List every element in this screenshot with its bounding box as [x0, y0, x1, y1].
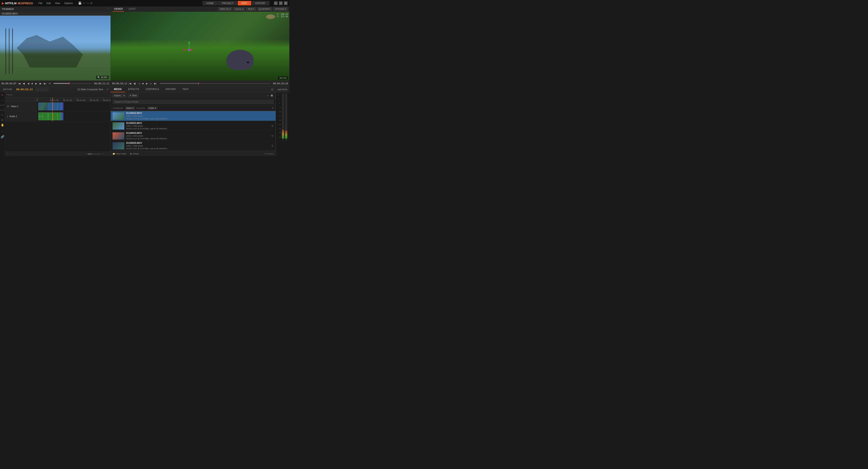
- media-item-2[interactable]: 01100034.MOV 1920 x 1080 pixels 00;00;14…: [111, 131, 276, 141]
- play-back-btn[interactable]: ◀: [27, 82, 30, 86]
- viewer-prev-frame[interactable]: ◁: [137, 82, 141, 86]
- audio-clip-pattern-3: [53, 113, 57, 120]
- new-button[interactable]: ✦ New: [128, 94, 138, 97]
- redo-icon[interactable]: ↪: [87, 2, 89, 5]
- audio-clip-4[interactable]: [57, 112, 61, 120]
- zoom-tool[interactable]: ⊕: [0, 118, 4, 122]
- grid-view-btn[interactable]: ⊞: [270, 94, 274, 97]
- arrange-by-select[interactable]: Name ▾: [125, 107, 135, 110]
- editor-settings-icon[interactable]: ⚙: [106, 88, 109, 91]
- close-button[interactable]: ✕: [284, 1, 287, 5]
- nav-home[interactable]: HOME: [203, 1, 218, 5]
- grid-icon[interactable]: ⊞: [90, 2, 92, 5]
- local-btn[interactable]: LOCAL ▾: [234, 7, 245, 11]
- nav-export[interactable]: EXPORT: [252, 1, 270, 5]
- add-track-btn[interactable]: +: [6, 152, 9, 155]
- trimmer-settings-icon[interactable]: ⚙: [107, 17, 110, 20]
- save-icon[interactable]: 💾: [78, 2, 82, 5]
- video-clip-blue[interactable]: [61, 102, 63, 110]
- razor-tool[interactable]: ✂: [0, 113, 4, 117]
- trim-end-btn[interactable]: ▶|: [43, 82, 47, 86]
- trimmer-help-icon[interactable]: ?: [107, 7, 109, 11]
- media-name-0: 01100032.MOV: [126, 112, 270, 114]
- zoom-in-btn[interactable]: +: [102, 152, 105, 155]
- audio-mute-icon[interactable]: ♪: [7, 115, 8, 118]
- viewer-stop[interactable]: ■: [142, 82, 145, 85]
- menu-file[interactable]: File: [37, 1, 44, 5]
- stop-btn[interactable]: ■: [31, 82, 34, 85]
- ripple-tool[interactable]: ⟺: [0, 103, 4, 107]
- media-item-0[interactable]: 01100032.MOV 1920 x 1080 pixels 00;00;11…: [111, 111, 276, 121]
- audio-clip-3[interactable]: [53, 112, 57, 120]
- tab-text[interactable]: TEXT: [179, 87, 192, 92]
- sync-btn-1[interactable]: ⊙: [36, 88, 39, 91]
- options-btn[interactable]: OPTIONS ▾: [273, 7, 287, 11]
- sort-icon[interactable]: ⇅: [272, 107, 274, 109]
- slip-tool[interactable]: ↔: [0, 98, 4, 102]
- tab-effects[interactable]: EFFECTS: [125, 87, 143, 92]
- media-item-1[interactable]: 01100033.MOV 1920 x 1080 pixels 00;00;10…: [111, 121, 276, 131]
- tab-media[interactable]: MEDIA: [111, 87, 125, 92]
- step-fwd-btn[interactable]: |▶: [39, 82, 42, 86]
- audio-clip-1[interactable]: 0...V: [38, 112, 49, 120]
- viewer-next-frame[interactable]: ▷: [149, 82, 153, 86]
- rgb-btn[interactable]: RGB ▾: [246, 7, 256, 11]
- minimize-button[interactable]: —: [274, 1, 278, 5]
- menu-edit[interactable]: Edit: [45, 1, 53, 5]
- viewer-trim-start[interactable]: |◀: [128, 82, 132, 86]
- nav-edit[interactable]: EDIT: [238, 1, 251, 5]
- snap-tool[interactable]: ⋮: [0, 129, 4, 134]
- search-input[interactable]: [113, 100, 274, 104]
- video-clip-3[interactable]: [53, 102, 57, 110]
- trimmer-scrubber[interactable]: [54, 83, 92, 84]
- media-gear-2[interactable]: ⚙: [271, 134, 274, 138]
- make-composite-btn[interactable]: ⬛ Make Composite Shot: [77, 88, 103, 91]
- sync-btn-3[interactable]: +: [45, 88, 48, 91]
- trim-to-start-btn[interactable]: |◀: [17, 82, 21, 86]
- select-tool[interactable]: ↖: [0, 93, 4, 97]
- viewer-play[interactable]: ▶: [145, 82, 149, 86]
- view-2d-btn[interactable]: VIEW: 2D ▾: [218, 7, 232, 11]
- media-panel-settings-icon[interactable]: ⚙: [269, 88, 276, 91]
- arrange-by-value: Name: [126, 107, 132, 109]
- nav-project[interactable]: PROJECT: [218, 1, 237, 5]
- video-visibility-icon[interactable]: 👁: [7, 105, 9, 108]
- play-btn[interactable]: ▶: [35, 82, 38, 86]
- menu-options[interactable]: Options: [62, 1, 74, 5]
- media-gear-1[interactable]: ⚙: [271, 124, 274, 127]
- viewer-scrubber[interactable]: [160, 83, 270, 84]
- tab-controls[interactable]: CONTROLS: [143, 87, 162, 92]
- media-gear-0[interactable]: ⚙: [271, 114, 274, 118]
- media-item-3[interactable]: 01100035.MOV 1920 x 1080 pixels 00;00;13…: [111, 141, 276, 151]
- list-view-btn[interactable]: ≡: [266, 94, 270, 97]
- local-label: LOCAL: [235, 8, 242, 10]
- viewer-step-back[interactable]: ◀|: [133, 82, 136, 86]
- step-back-btn[interactable]: ◀|: [22, 82, 26, 86]
- timeline-playhead[interactable]: [52, 97, 53, 101]
- link-tool[interactable]: 🔗: [0, 135, 4, 139]
- maximize-button[interactable]: □: [279, 1, 283, 5]
- tab-layer[interactable]: LAYER: [127, 7, 137, 11]
- group-by-select[interactable]: Folder ▾: [147, 107, 157, 110]
- hand-tool[interactable]: ✋: [0, 123, 4, 127]
- zoom-slider[interactable]: [88, 153, 101, 154]
- tab-history[interactable]: HISTORY: [162, 87, 179, 92]
- import-button[interactable]: Import... ▾: [113, 94, 126, 97]
- audio-clip-blue[interactable]: [61, 112, 63, 120]
- fit-btn[interactable]: ↔: [105, 152, 109, 155]
- tab-viewer[interactable]: VIEWER: [113, 7, 124, 11]
- menu-view[interactable]: View: [53, 1, 62, 5]
- media-gear-3[interactable]: ⚙: [271, 144, 274, 147]
- delete-btn[interactable]: 🗑 Delete: [130, 153, 139, 155]
- sync-btn-2[interactable]: ↩: [40, 88, 44, 91]
- video-clip-4[interactable]: [57, 102, 61, 110]
- video-track-content[interactable]: 0...V: [37, 101, 111, 111]
- roll-tool[interactable]: ⟻: [0, 108, 4, 112]
- new-folder-btn[interactable]: 📁 New Folder: [113, 153, 126, 155]
- audio-track-content[interactable]: 0...V: [37, 112, 111, 121]
- zoom-out-btn[interactable]: −: [84, 152, 87, 155]
- loop-btn[interactable]: ⟲: [48, 82, 51, 86]
- quality-btn[interactable]: QUARTER ▾: [257, 7, 272, 11]
- viewer-trim-end[interactable]: ▶|: [153, 82, 157, 86]
- undo-icon[interactable]: ↩: [83, 2, 85, 5]
